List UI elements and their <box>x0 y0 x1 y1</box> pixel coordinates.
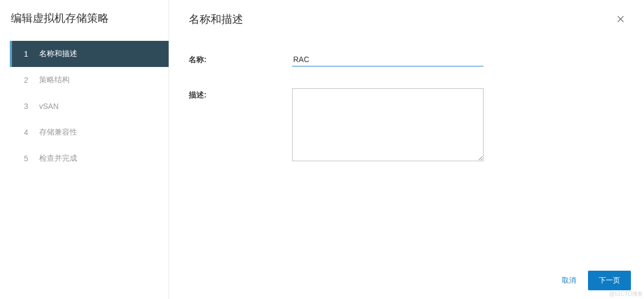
step-number: 2 <box>24 76 35 84</box>
description-label: 描述: <box>189 88 292 100</box>
wizard-footer: 取消 下一页 <box>562 271 631 290</box>
next-button[interactable]: 下一页 <box>588 271 631 290</box>
name-row: 名称: <box>189 53 628 66</box>
close-icon[interactable] <box>614 12 628 26</box>
description-row: 描述: <box>189 88 628 161</box>
wizard-sidebar: 编辑虚拟机存储策略 1 名称和描述 2 策略结构 3 vSAN 4 存储兼容性 … <box>0 0 169 299</box>
form-area: 名称: 描述: <box>189 53 628 183</box>
name-input[interactable] <box>292 53 484 66</box>
wizard-steps: 1 名称和描述 2 策略结构 3 vSAN 4 存储兼容性 5 检查并完成 <box>10 41 169 172</box>
step-number: 4 <box>24 128 35 137</box>
wizard-step-1[interactable]: 1 名称和描述 <box>10 41 169 67</box>
description-textarea[interactable] <box>292 88 484 161</box>
step-number: 3 <box>24 102 35 111</box>
step-label: 名称和描述 <box>39 49 77 59</box>
step-label: vSAN <box>39 102 59 111</box>
step-number: 5 <box>24 154 35 163</box>
wizard-step-3[interactable]: 3 vSAN <box>10 93 169 119</box>
wizard-step-5[interactable]: 5 检查并完成 <box>10 145 169 172</box>
name-label: 名称: <box>189 53 292 65</box>
wizard-step-2[interactable]: 2 策略结构 <box>10 67 169 93</box>
step-label: 存储兼容性 <box>39 127 77 137</box>
panel-title: 名称和描述 <box>189 12 243 27</box>
step-label: 检查并完成 <box>39 154 77 163</box>
main-panel: 名称和描述 名称: 描述: <box>169 0 644 299</box>
step-label: 策略结构 <box>39 75 70 85</box>
wizard-step-4[interactable]: 4 存储兼容性 <box>10 119 169 145</box>
sidebar-title: 编辑虚拟机存储策略 <box>10 11 169 26</box>
main-header: 名称和描述 <box>189 12 628 27</box>
cancel-button[interactable]: 取消 <box>562 276 576 285</box>
step-number: 1 <box>24 50 35 58</box>
